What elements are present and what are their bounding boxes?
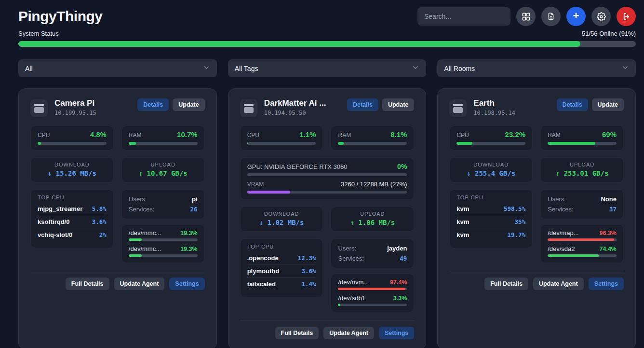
process-value: 598.5%	[504, 205, 525, 212]
ram-label: RAM	[338, 132, 351, 139]
filter-select-rooms[interactable]: All Rooms	[437, 59, 636, 77]
download-panel: DOWNLOAD ↓ 1.02 MB/s	[240, 207, 323, 232]
services-value: 49	[400, 255, 407, 262]
server-card: Camera Pi 10.199.95.15 Details Update CP…	[18, 88, 217, 348]
process-value: 19.7%	[508, 231, 526, 238]
server-ip: 10.198.95.14	[473, 110, 550, 116]
download-panel: DOWNLOAD ↓ 255.4 GB/s	[449, 157, 533, 182]
process-row: kvm 598.5%	[456, 202, 525, 215]
card-header: Earth 10.198.95.14 Details Update	[449, 98, 624, 117]
users-label: Users:	[548, 195, 566, 203]
status-row: System Status 51/56 Online (91%)	[18, 30, 636, 37]
process-row: kvm 35%	[456, 215, 525, 228]
update-agent-button[interactable]: Update Agent	[114, 278, 165, 290]
process-name: kvm	[456, 218, 469, 225]
users-value: pi	[192, 195, 198, 203]
disk-name: /dev/mmc...	[129, 245, 161, 252]
details-button[interactable]: Details	[137, 98, 169, 111]
filter-select-tags[interactable]: All Tags	[228, 59, 427, 77]
grid-view-button[interactable]	[516, 7, 536, 26]
vram-bar	[247, 191, 407, 194]
users-panel: Users: pi Services: 26	[121, 189, 205, 219]
disk-bar	[548, 254, 617, 257]
download-panel: DOWNLOAD ↓ 15.26 MB/s	[30, 157, 114, 182]
logout-icon	[622, 12, 631, 21]
process-value: 2%	[99, 231, 107, 238]
system-status-label: System Status	[18, 30, 59, 37]
details-button[interactable]: Details	[557, 98, 588, 111]
disks-panel: /dev/map... 96.3% /dev/sda2 74.4%	[540, 224, 624, 263]
process-row: tailscaled 1.4%	[247, 278, 316, 290]
disk-bar	[338, 304, 407, 306]
process-row: vchiq-slot/0 2%	[38, 228, 107, 241]
filter-select-servers-value: All	[25, 65, 33, 72]
disk-row: /dev/mmc... 19.3%	[129, 229, 198, 241]
process-row: mjpg_streamer 5.8%	[38, 202, 107, 215]
server-icon	[240, 99, 257, 117]
cpu-label: CPU	[38, 132, 50, 139]
ram-panel: RAM 8.1%	[331, 125, 414, 151]
server-cards: Camera Pi 10.199.95.15 Details Update CP…	[18, 88, 636, 348]
full-details-button[interactable]: Full Details	[275, 327, 319, 339]
card-header: DarkMatter Ai ... 10.194.95.50 Details U…	[240, 98, 415, 117]
users-value: jayden	[387, 245, 407, 252]
update-agent-button[interactable]: Update Agent	[323, 327, 374, 339]
add-button[interactable]: +	[566, 7, 586, 26]
disk-value: 96.3%	[600, 230, 617, 237]
disk-bar	[129, 254, 198, 257]
process-row: ksoftirqd/0 3.6%	[38, 215, 107, 228]
process-value: 1.4%	[301, 280, 316, 288]
top-cpu-label: TOP CPU	[456, 195, 525, 200]
gear-icon	[597, 12, 606, 21]
download-value: ↓ 1.02 MB/s	[245, 219, 318, 226]
ram-bar	[548, 142, 617, 145]
server-name: Earth	[473, 98, 550, 108]
settings-button[interactable]	[591, 7, 611, 26]
process-name: ksoftirqd/0	[38, 218, 69, 225]
disk-bar	[338, 288, 407, 290]
process-value: 5.8%	[92, 205, 107, 212]
services-label: Services:	[338, 255, 363, 262]
update-agent-button[interactable]: Update Agent	[533, 278, 584, 290]
disk-row: /dev/nvm... 97.4%	[338, 278, 407, 290]
chevron-down-icon	[621, 64, 629, 73]
disks-panel: /dev/mmc... 19.3% /dev/mmc... 19.3%	[121, 224, 205, 263]
cpu-bar	[38, 142, 107, 145]
gpu-label: GPU: NVIDIA GEFORCE RTX 3060	[247, 163, 348, 170]
update-button[interactable]: Update	[173, 98, 204, 111]
process-value: 3.6%	[92, 218, 107, 225]
logout-button[interactable]	[617, 7, 636, 26]
server-name: Camera Pi	[54, 98, 131, 108]
users-panel: Users: jayden Services: 49	[331, 238, 414, 268]
search-input[interactable]	[417, 7, 510, 26]
filter-select-servers[interactable]: All	[18, 59, 217, 77]
filter-select-rooms-value: All Rooms	[444, 65, 475, 72]
process-row: plymouthd 3.6%	[247, 264, 316, 278]
ram-value: 8.1%	[390, 130, 407, 139]
ram-bar	[129, 142, 198, 145]
ram-value: 69%	[602, 130, 617, 139]
cpu-value: 23.2%	[505, 130, 526, 139]
card-settings-button[interactable]: Settings	[589, 278, 624, 290]
top-cpu-label: TOP CPU	[247, 244, 316, 250]
card-settings-button[interactable]: Settings	[379, 327, 414, 339]
cpu-panel: CPU 23.2%	[449, 125, 533, 151]
full-details-button[interactable]: Full Details	[484, 278, 528, 290]
top-cpu-panel: TOP CPU mjpg_streamer 5.8% ksoftirqd/0 3…	[30, 189, 114, 248]
full-details-button[interactable]: Full Details	[66, 278, 109, 290]
app-title: PingyThingy	[18, 8, 103, 25]
disk-bar	[129, 238, 198, 241]
upload-panel: UPLOAD ↑ 1.06 MB/s	[331, 207, 414, 232]
chevron-down-icon	[412, 64, 419, 73]
details-button[interactable]: Details	[347, 98, 378, 111]
card-settings-button[interactable]: Settings	[169, 278, 204, 290]
disk-name: /dev/sda2	[548, 245, 575, 252]
update-button[interactable]: Update	[382, 98, 414, 111]
ram-bar	[338, 142, 407, 145]
documents-button[interactable]	[541, 7, 561, 26]
cpu-bar	[456, 142, 525, 145]
update-button[interactable]: Update	[592, 98, 624, 111]
disk-value: 97.4%	[390, 279, 407, 286]
download-value: ↓ 255.4 GB/s	[455, 169, 527, 177]
server-ip: 10.199.95.15	[54, 110, 131, 116]
